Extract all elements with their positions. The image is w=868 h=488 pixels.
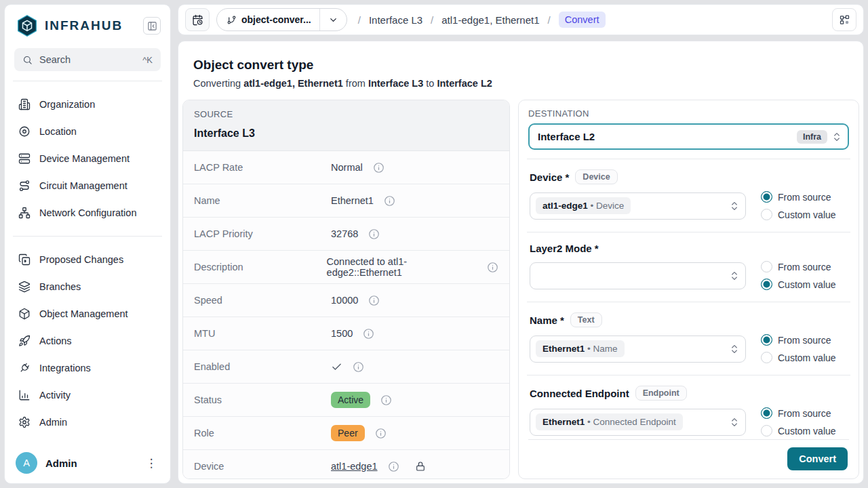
sidebar-item-label: Integrations bbox=[39, 363, 91, 373]
connected-endpoint-select[interactable]: Ethernet1 • Connected Endpoint bbox=[530, 409, 746, 436]
divider bbox=[527, 375, 850, 375]
sidebar-item-object-management[interactable]: Object Management bbox=[12, 300, 163, 327]
chevrons-up-down-icon bbox=[729, 417, 740, 428]
status-badge: Active bbox=[331, 392, 370, 408]
source-kicker: SOURCE bbox=[194, 109, 498, 119]
attribute-value: 10000 bbox=[331, 295, 358, 306]
info-icon[interactable] bbox=[368, 295, 380, 306]
divider bbox=[13, 81, 162, 81]
time-travel-button[interactable] bbox=[185, 8, 210, 31]
sidebar-item-network-configuration[interactable]: Network Configuration bbox=[12, 199, 163, 226]
connected-endpoint-source-radios: From source Custom value bbox=[761, 407, 848, 436]
logo-row: INFRAHUB bbox=[12, 13, 163, 37]
radio-custom-value[interactable]: Custom value bbox=[761, 209, 848, 220]
plug-icon bbox=[18, 362, 31, 374]
sidebar-item-device-management[interactable]: Device Management bbox=[12, 145, 163, 172]
convert-button[interactable]: Convert bbox=[787, 447, 848, 470]
sidebar-item-circuit-management[interactable]: Circuit Management bbox=[12, 172, 163, 199]
panel-collapse-icon bbox=[147, 21, 157, 31]
destination-type-select[interactable]: Interface L2 Infra bbox=[528, 123, 849, 150]
sidebar-item-label: Device Management bbox=[39, 153, 130, 164]
name-select[interactable]: Ethernet1 • Name bbox=[530, 336, 746, 363]
radio-icon bbox=[761, 334, 772, 346]
device-select[interactable]: atl1-edge1 • Device bbox=[530, 192, 746, 220]
sidebar-item-activity[interactable]: Activity bbox=[12, 382, 163, 409]
user-menu[interactable]: A Admin ⋮ bbox=[12, 449, 163, 474]
sidebar-item-actions[interactable]: Actions bbox=[12, 327, 163, 354]
sidebar-item-label: Admin bbox=[39, 417, 67, 428]
sidebar-item-integrations[interactable]: Integrations bbox=[12, 354, 163, 382]
building-icon bbox=[18, 98, 31, 110]
radio-icon bbox=[761, 407, 772, 419]
device-link[interactable]: atl1-edge1 bbox=[331, 461, 378, 472]
source-row-speed: Speed 10000 bbox=[183, 284, 509, 317]
schema-visualizer-button[interactable] bbox=[832, 8, 856, 31]
radio-from-source[interactable]: From source bbox=[761, 191, 848, 203]
info-icon[interactable] bbox=[353, 361, 364, 373]
search-input[interactable]: Search ^K bbox=[14, 48, 161, 71]
info-icon[interactable] bbox=[487, 262, 498, 273]
sidebar-item-label: Location bbox=[39, 126, 77, 137]
breadcrumb-item-active: Convert bbox=[559, 12, 606, 28]
info-icon[interactable] bbox=[368, 228, 380, 240]
info-icon[interactable] bbox=[375, 428, 387, 439]
breadcrumb-separator: / bbox=[548, 14, 551, 26]
field-group-layer2-mode: Layer2 Mode * From source Custom value bbox=[528, 241, 849, 293]
radio-from-source[interactable]: From source bbox=[761, 334, 848, 346]
info-icon[interactable] bbox=[363, 328, 374, 340]
breadcrumb-item-schema[interactable]: Interface L3 bbox=[369, 14, 422, 26]
branch-selector[interactable]: object-conver... bbox=[216, 8, 347, 31]
subtitle-to-kind: Interface L2 bbox=[437, 78, 492, 89]
info-icon[interactable] bbox=[380, 394, 392, 406]
radio-from-source[interactable]: From source bbox=[761, 407, 848, 419]
field-group-name: Name * Text Ethernet1 • Name From source… bbox=[528, 311, 849, 366]
breadcrumb-separator: / bbox=[431, 14, 433, 26]
sidebar-item-label: Proposed Changes bbox=[39, 254, 123, 265]
info-icon[interactable] bbox=[373, 162, 384, 174]
radio-icon bbox=[761, 425, 772, 436]
collapse-sidebar-button[interactable] bbox=[143, 17, 161, 35]
user-name: Admin bbox=[45, 458, 143, 469]
radio-icon bbox=[761, 261, 772, 272]
check-icon bbox=[331, 361, 342, 373]
source-panel-header: SOURCE Interface L3 bbox=[183, 100, 509, 151]
sidebar-item-organization[interactable]: Organization bbox=[12, 91, 163, 118]
page-title: Object convert type bbox=[193, 58, 848, 73]
selected-value-pill: Ethernet1 • Name bbox=[536, 340, 625, 357]
topbar: object-conver... / Interface L3 / atl1-e… bbox=[178, 4, 864, 35]
subtitle-text: Converting bbox=[193, 78, 243, 89]
info-icon[interactable] bbox=[388, 461, 399, 472]
attribute-label: LACP Priority bbox=[194, 228, 331, 239]
info-icon[interactable] bbox=[384, 195, 395, 207]
sidebar-item-proposed-changes[interactable]: Proposed Changes bbox=[12, 246, 163, 273]
layers-icon bbox=[18, 281, 31, 293]
route-icon bbox=[18, 180, 31, 192]
breadcrumb-item-object[interactable]: atl1-edge1, Ethernet1 bbox=[441, 14, 539, 26]
kebab-menu-icon[interactable]: ⋮ bbox=[143, 456, 159, 470]
field-kind-badge: Text bbox=[570, 312, 602, 327]
sidebar-item-location[interactable]: Location bbox=[12, 118, 163, 145]
chevron-down-icon bbox=[328, 15, 338, 25]
location-icon bbox=[18, 125, 31, 138]
radio-custom-value[interactable]: Custom value bbox=[761, 425, 848, 436]
attribute-label: Description bbox=[194, 262, 327, 272]
source-row-lacp-priority: LACP Priority 32768 bbox=[183, 218, 509, 251]
source-row-enabled: Enabled bbox=[183, 350, 509, 384]
network-icon bbox=[18, 207, 31, 219]
radio-custom-value[interactable]: Custom value bbox=[761, 352, 848, 363]
field-label: Layer2 Mode * bbox=[530, 243, 599, 254]
lock-icon bbox=[415, 461, 426, 472]
attribute-label: LACP Rate bbox=[194, 162, 331, 173]
sidebar-item-branches[interactable]: Branches bbox=[12, 273, 163, 300]
main-content: Object convert type Converting atl1-edge… bbox=[178, 41, 864, 484]
sidebar-item-admin[interactable]: Admin bbox=[12, 409, 163, 436]
field-kind-badge: Device bbox=[575, 169, 617, 184]
field-label: Connected Endpoint bbox=[530, 388, 629, 399]
avatar: A bbox=[16, 452, 37, 474]
radio-from-source[interactable]: From source bbox=[761, 261, 848, 272]
radio-icon bbox=[761, 209, 772, 220]
sidebar-item-label: Organization bbox=[39, 99, 95, 110]
branch-dropdown-toggle[interactable] bbox=[320, 15, 347, 25]
radio-custom-value[interactable]: Custom value bbox=[761, 279, 848, 290]
layer2-mode-select[interactable] bbox=[530, 262, 746, 289]
